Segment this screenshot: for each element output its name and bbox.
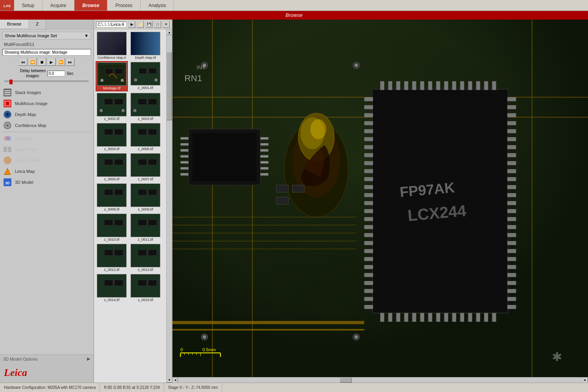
svg-rect-170 — [507, 113, 516, 117]
sidebar-item-leica-map[interactable]: Leica Map — [0, 166, 93, 177]
svg-rect-63 — [104, 220, 113, 225]
delay-input[interactable] — [47, 71, 65, 76]
fb-item-z0006[interactable]: z_0006.tif — [96, 152, 128, 182]
fb-row-0: Confidence Map.ti Depth Map.tif — [96, 31, 165, 60]
fb-save-btn[interactable]: 💾 — [145, 21, 152, 28]
svg-rect-173 — [507, 137, 516, 141]
svg-rect-148 — [364, 153, 373, 157]
svg-rect-58 — [114, 189, 123, 195]
status-bar: Hardware Configuration: M205A with MC170… — [0, 383, 588, 392]
fb-scroll-up[interactable]: ▲ — [167, 29, 172, 35]
svg-rect-182 — [507, 209, 516, 213]
image-area[interactable]: FP97AK LCX244 — [172, 20, 588, 383]
svg-rect-117 — [428, 81, 432, 90]
fb-scroll-down[interactable]: ▼ — [167, 377, 172, 383]
fb-item-z0011[interactable]: z_0011.tif — [129, 213, 162, 242]
fb-item-depth[interactable]: Depth Map.tif — [129, 31, 162, 60]
svg-rect-158 — [364, 233, 373, 237]
svg-point-39 — [122, 109, 125, 112]
nav-process[interactable]: Process — [107, 0, 140, 11]
fb-item-z0002[interactable]: z_0002.tif — [96, 92, 128, 122]
fb-item-montage[interactable]: Montage.tif — [96, 61, 128, 91]
showing-input[interactable] — [2, 49, 91, 56]
3d-options-arrow[interactable]: ▶ — [87, 356, 90, 361]
colour-relief-icon — [3, 156, 12, 165]
fb-row-1: Montage.tif — [96, 61, 165, 91]
svg-rect-154 — [364, 201, 373, 205]
fb-scroll-track[interactable] — [167, 35, 172, 377]
fb-item-z0012[interactable]: z_0012.tif — [96, 243, 128, 272]
svg-rect-186 — [507, 241, 516, 245]
svg-rect-189 — [507, 265, 516, 269]
fb-item-z0008[interactable]: z_0008.tif — [96, 183, 128, 212]
fb-folder-btn[interactable]: 📁 — [137, 21, 144, 28]
h-scrollbar[interactable]: ◄ ► — [172, 377, 588, 383]
fb-item-z0005[interactable]: z_0005.tif — [129, 122, 162, 152]
btn-stop[interactable]: ⏹ — [38, 58, 46, 66]
fb-item-z0013[interactable]: z_0013.tif — [129, 243, 162, 272]
fb-scrollbar[interactable]: ▲ ▼ — [166, 29, 172, 383]
svg-rect-144 — [364, 121, 373, 125]
svg-rect-192 — [507, 289, 516, 293]
sidebar-item-confidence-map[interactable]: Confidence Map — [0, 120, 93, 131]
fb-item-z0015[interactable]: z_0015.tif — [129, 273, 162, 303]
svg-text:3D: 3D — [5, 181, 10, 185]
nav-analysis[interactable]: Analysis — [141, 0, 174, 11]
svg-rect-79 — [148, 280, 157, 286]
btn-last[interactable]: ⏭ — [66, 58, 74, 66]
svg-rect-54 — [138, 159, 147, 165]
svg-rect-3 — [4, 90, 11, 91]
fb-play-btn[interactable]: ▶ — [128, 21, 135, 28]
btn-next[interactable]: ⏩ — [56, 58, 65, 66]
fb-item-z0007[interactable]: z_0007.tif — [129, 152, 162, 182]
svg-rect-203 — [172, 321, 364, 324]
svg-rect-55 — [148, 159, 157, 165]
fb-item-z0014[interactable]: z_0014.tif — [96, 273, 128, 303]
3d-model-icon: 3D — [3, 178, 12, 187]
stereo-pair-icon — [3, 145, 12, 154]
fb-row-2: z_0002.tif z_0003.tif — [96, 92, 165, 122]
fb-item-confidence[interactable]: Confidence Map.ti — [96, 31, 128, 60]
nav-acquire[interactable]: Acquire — [42, 0, 74, 11]
fb-item-z0003[interactable]: z_0003.tif — [129, 92, 162, 122]
fb-item-z0010[interactable]: z_0010.tif — [96, 213, 128, 242]
btn-prev[interactable]: ⏪ — [28, 58, 37, 66]
depth-map-label: Depth Map — [15, 112, 36, 117]
svg-rect-149 — [364, 161, 373, 165]
svg-rect-166 — [364, 297, 373, 301]
svg-rect-141 — [364, 97, 373, 101]
sidebar-item-depth-map[interactable]: Depth Map — [0, 109, 93, 120]
svg-rect-45 — [104, 129, 113, 135]
h-scroll-right[interactable]: ► — [583, 377, 588, 383]
fb-expand-btn[interactable]: □ — [154, 21, 161, 28]
svg-rect-93 — [180, 161, 188, 163]
btn-play[interactable]: ▶ — [47, 58, 56, 66]
nav-browse[interactable]: Browse — [74, 0, 107, 11]
tab-z[interactable]: Z — [29, 20, 46, 29]
fb-item-z0001[interactable]: z_0001.tif — [129, 61, 162, 91]
nav-setup[interactable]: Setup — [14, 0, 42, 11]
playback-slider[interactable] — [5, 81, 89, 82]
sidebar-items: Stack Images Multifocus Image — [0, 87, 93, 188]
svg-point-14 — [6, 124, 9, 127]
sidebar-item-stack-images[interactable]: Stack Images — [0, 87, 93, 98]
svg-rect-92 — [180, 155, 188, 158]
multifocus-dropdown-icon[interactable]: ▼ — [84, 33, 89, 38]
h-scroll-track[interactable] — [178, 377, 583, 383]
svg-rect-167 — [364, 305, 373, 309]
svg-rect-88 — [192, 133, 256, 181]
h-scroll-left[interactable]: ◄ — [172, 377, 178, 383]
svg-rect-18 — [8, 147, 11, 152]
svg-rect-139 — [484, 313, 488, 321]
fb-close-btn[interactable]: ✕ — [163, 21, 170, 28]
fb-item-z0009[interactable]: z_0009.tif — [129, 183, 162, 212]
sidebar-item-3d-model[interactable]: 3D 3D Model — [0, 177, 93, 188]
btn-first[interactable]: ⏮ — [19, 58, 27, 66]
tab-browse[interactable]: Browse — [0, 20, 29, 29]
fb-filename-z0005: z_0005.tif — [130, 147, 161, 151]
fb-filename-z0015: z_0015.tif — [130, 298, 161, 302]
fb-item-z0004[interactable]: z_0004.tif — [96, 122, 128, 152]
sidebar-item-multifocus-image[interactable]: Multifocus Image — [0, 98, 93, 109]
leica-map-icon — [3, 167, 12, 176]
svg-rect-5 — [4, 94, 11, 95]
